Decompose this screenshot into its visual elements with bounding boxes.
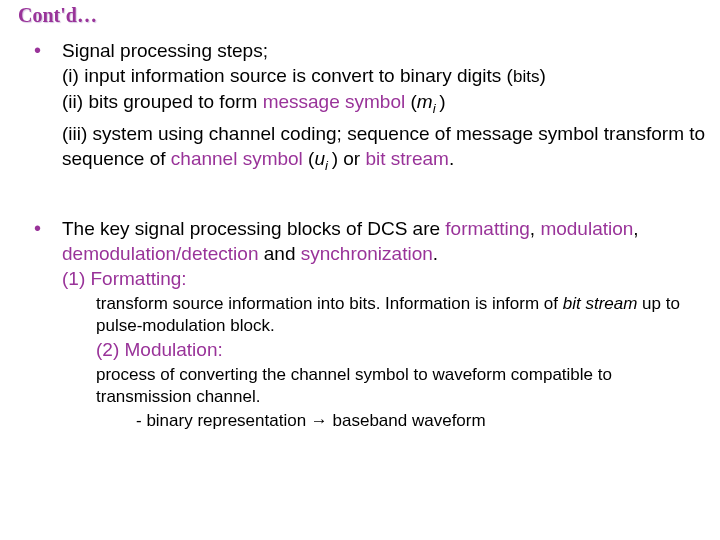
bullet-item-1: • Signal processing steps; (i) input inf… (34, 38, 706, 178)
modulation-subline: - binary representation → baseband wavef… (136, 410, 706, 432)
fmt-desc-a: transform source information into bits. … (96, 294, 563, 313)
sub-i-2: i (325, 158, 332, 173)
mod-sub-pre: - binary representation (136, 411, 311, 430)
channel-symbol: channel symbol (171, 148, 303, 169)
modulation-desc: process of converting the channel symbol… (96, 364, 706, 408)
line-iii-end: . (449, 148, 454, 169)
sub-heading-modulation: (2) Modulation: (96, 339, 223, 360)
lead2-pre: The key signal processing blocks of DCS … (62, 218, 445, 239)
message-symbol: message symbol (263, 91, 406, 112)
line-ii-pre: (ii) bits grouped to form (62, 91, 263, 112)
line-lead: Signal processing steps; (62, 40, 268, 61)
kw-demod: demodulation/detection (62, 243, 258, 264)
slide: Cont'd… • Signal processing steps; (i) i… (0, 0, 720, 540)
line-ii-open: ( (405, 91, 417, 112)
bullet-icon: • (34, 216, 62, 240)
line-i-pre: (i) input information source is convert … (62, 65, 513, 86)
var-m: m (417, 91, 433, 112)
c1: , (530, 218, 541, 239)
kw-modulation: modulation (540, 218, 633, 239)
line-ii-close: ) (439, 91, 445, 112)
line-iii-mid: ) or (332, 148, 366, 169)
spacer (34, 178, 706, 216)
kw-formatting: formatting (445, 218, 529, 239)
sub-heading-formatting: (1) Formatting: (62, 268, 187, 289)
arrow-icon: → (311, 411, 328, 430)
mod-desc-a: process of converting the channel symbol… (96, 365, 612, 406)
c2: , (633, 218, 638, 239)
bullet-icon: • (34, 38, 62, 62)
lead2-end: . (433, 243, 438, 264)
bit-stream-1: bit stream (365, 148, 448, 169)
formatting-desc: transform source information into bits. … (96, 293, 706, 337)
sub-heading-modulation-wrap: (2) Modulation: (96, 337, 706, 362)
mod-sub-post: baseband waveform (328, 411, 486, 430)
bit-stream-2: bit stream (563, 294, 638, 313)
bullet-body-2: The key signal processing blocks of DCS … (62, 216, 706, 291)
content-area: • Signal processing steps; (i) input inf… (34, 38, 706, 432)
kw-sync: synchronization (301, 243, 433, 264)
c3: and (258, 243, 300, 264)
bullet-body-1: Signal processing steps; (i) input infor… (62, 38, 706, 178)
bullet-item-2: • The key signal processing blocks of DC… (34, 216, 706, 291)
slide-title: Cont'd… (18, 4, 97, 27)
bits-text: bits (513, 67, 539, 86)
var-u: u (314, 148, 325, 169)
line-iii-open: ( (303, 148, 315, 169)
line-i-post: ) (539, 65, 545, 86)
